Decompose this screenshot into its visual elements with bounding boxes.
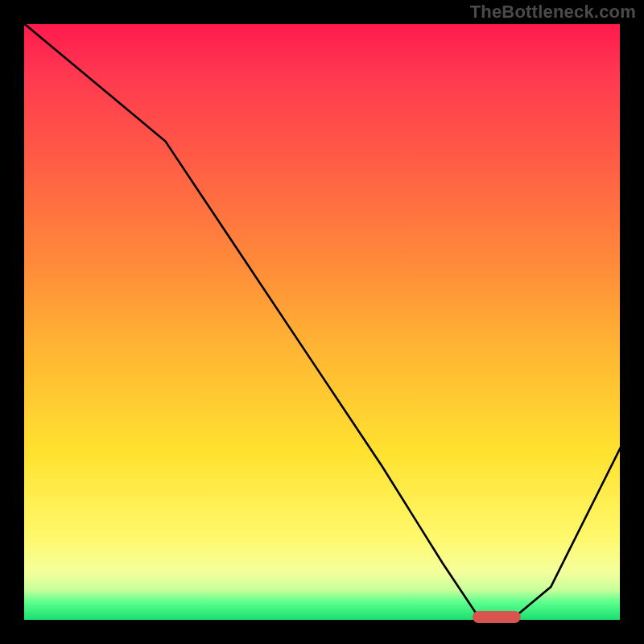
marker-pill [473, 611, 521, 623]
data-curve [21, 21, 623, 617]
watermark-text: TheBottleneck.com [470, 2, 636, 23]
chart-svg-overlay [21, 21, 623, 623]
chart-frame: TheBottleneck.com [0, 0, 644, 644]
